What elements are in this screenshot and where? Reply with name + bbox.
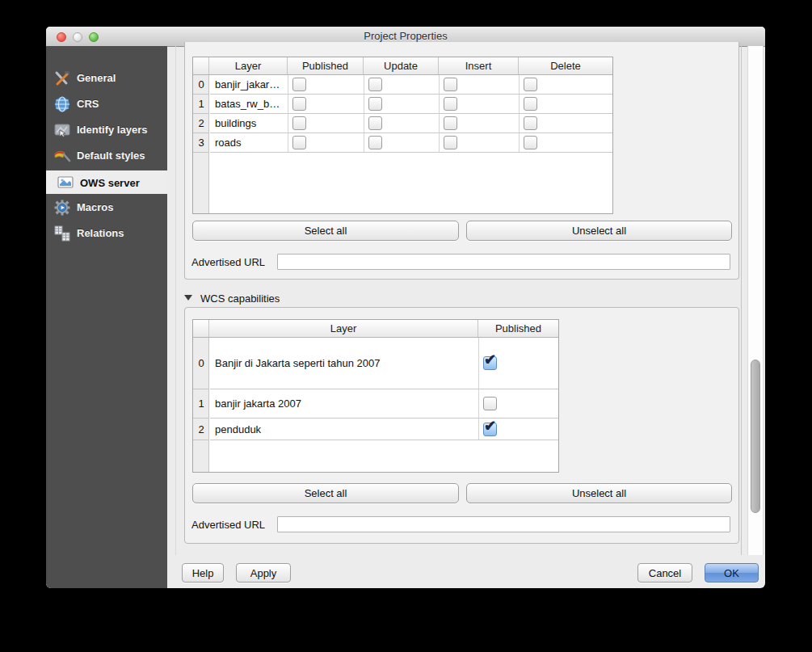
settings-sidebar: General CRS Identify layers — [46, 46, 167, 588]
layer-name-cell: Banjir di Jakarta seperti tahun 2007 — [210, 338, 479, 389]
published-cell — [288, 114, 364, 133]
insert-cell — [440, 75, 520, 94]
row-index: 1 — [193, 95, 209, 114]
table-row[interactable]: Banjir di Jakarta seperti tahun 2007 — [210, 338, 558, 389]
layer-name-cell: banjir jakarta 2007 — [210, 389, 479, 418]
published-checkbox[interactable] — [483, 423, 497, 436]
tools-icon — [53, 69, 71, 87]
wcs-advertised-url-input[interactable] — [277, 516, 730, 532]
published-checkbox[interactable] — [292, 78, 306, 91]
published-checkbox[interactable] — [483, 397, 497, 410]
corner-header-cell — [193, 57, 209, 74]
sidebar-item-crs[interactable]: CRS — [46, 91, 167, 117]
sidebar-item-label: Relations — [77, 227, 124, 239]
sidebar-item-identify-layers[interactable]: Identify layers — [46, 117, 167, 143]
published-checkbox[interactable] — [483, 356, 497, 370]
insert-cell — [440, 133, 520, 152]
sidebar-item-label: Default styles — [77, 149, 145, 162]
header-delete: Delete — [519, 57, 612, 74]
sidebar-item-label: Identify layers — [77, 124, 147, 136]
window-title: Project Properties — [46, 30, 765, 42]
header-layer: Layer — [209, 57, 288, 74]
wcs-unselect-all-button[interactable]: Unselect all — [466, 483, 732, 503]
layer-name-cell: banjir_jakar… — [210, 75, 288, 94]
sidebar-item-label: OWS server — [80, 177, 140, 189]
relations-icon — [53, 225, 71, 242]
sidebar-item-relations[interactable]: Relations — [46, 221, 167, 246]
identify-layers-icon — [53, 121, 71, 139]
delete-checkbox[interactable] — [524, 97, 537, 111]
wfs-layers-table[interactable]: Layer Published Update Insert Delete 0 b… — [192, 57, 613, 214]
table-row[interactable]: buildings — [210, 114, 612, 133]
sidebar-item-ows-server[interactable]: OWS server — [46, 170, 167, 194]
delete-cell — [520, 114, 612, 133]
ok-button[interactable]: OK — [705, 563, 759, 583]
table-row[interactable]: penduduk — [210, 419, 558, 440]
corner-header-cell — [193, 320, 209, 337]
vertical-scrollbar[interactable] — [747, 46, 764, 555]
update-cell — [364, 75, 440, 94]
insert-cell — [440, 95, 520, 113]
header-insert: Insert — [439, 57, 519, 74]
table-row[interactable]: roads — [210, 133, 612, 153]
update-checkbox[interactable] — [368, 97, 382, 111]
row-index: 2 — [193, 114, 209, 133]
scroll-area-left-border — [175, 46, 176, 555]
wfs-advertised-url-input[interactable] — [277, 254, 730, 270]
row-index: 0 — [193, 75, 209, 95]
scrollbar-thumb[interactable] — [751, 360, 760, 513]
default-styles-icon — [53, 147, 71, 165]
sidebar-item-macros[interactable]: Macros — [46, 195, 167, 221]
update-checkbox[interactable] — [368, 136, 382, 149]
table-row[interactable]: banjir_jakar… — [210, 75, 612, 95]
header-layer: Layer — [209, 320, 478, 337]
sidebar-item-general[interactable]: General — [46, 65, 167, 91]
table-row[interactable]: banjir jakarta 2007 — [210, 389, 558, 419]
globe-icon — [53, 95, 71, 113]
delete-checkbox[interactable] — [524, 136, 537, 149]
delete-checkbox[interactable] — [524, 116, 537, 130]
update-cell — [364, 133, 440, 152]
table-row[interactable]: batas_rw_b… — [210, 95, 612, 114]
sidebar-item-default-styles[interactable]: Default styles — [46, 143, 167, 169]
row-index: 3 — [193, 133, 209, 153]
delete-checkbox[interactable] — [524, 78, 537, 91]
insert-checkbox[interactable] — [444, 97, 457, 111]
update-checkbox[interactable] — [368, 78, 382, 91]
published-cell — [479, 419, 558, 440]
wfs-select-all-button[interactable]: Select all — [192, 221, 459, 241]
wfs-unselect-all-button[interactable]: Unselect all — [466, 221, 732, 241]
insert-checkbox[interactable] — [444, 78, 457, 91]
scroll-area-right-border — [741, 46, 742, 555]
published-cell — [288, 75, 364, 94]
wfs-advertised-url-label: Advertised URL — [191, 256, 265, 268]
delete-cell — [520, 133, 612, 152]
published-cell — [288, 95, 364, 113]
row-index: 0 — [193, 338, 209, 389]
published-checkbox[interactable] — [292, 97, 306, 111]
cancel-button[interactable]: Cancel — [637, 563, 692, 583]
header-published: Published — [288, 57, 364, 74]
delete-cell — [520, 95, 612, 113]
macros-icon — [53, 199, 71, 217]
collapse-triangle-icon[interactable] — [184, 295, 192, 301]
wcs-select-all-button[interactable]: Select all — [192, 483, 459, 503]
layer-name-cell: batas_rw_b… — [210, 95, 288, 113]
published-checkbox[interactable] — [292, 136, 306, 149]
published-checkbox[interactable] — [292, 116, 306, 130]
insert-checkbox[interactable] — [444, 136, 457, 149]
delete-cell — [520, 75, 612, 94]
update-checkbox[interactable] — [368, 116, 382, 130]
project-properties-dialog: Project Properties General CRS — [46, 27, 765, 588]
ows-server-icon — [57, 174, 74, 191]
help-button[interactable]: Help — [182, 563, 224, 583]
apply-button[interactable]: Apply — [236, 563, 291, 583]
insert-cell — [440, 114, 520, 133]
row-index: 2 — [193, 419, 209, 440]
wfs-table-header: Layer Published Update Insert Delete — [193, 57, 612, 75]
insert-checkbox[interactable] — [444, 116, 457, 130]
wcs-layers-table[interactable]: Layer Published 0 Banjir di Jakarta sepe… — [192, 319, 559, 473]
layer-name-cell: roads — [210, 133, 288, 152]
row-index: 1 — [193, 389, 209, 419]
header-update: Update — [364, 57, 439, 74]
